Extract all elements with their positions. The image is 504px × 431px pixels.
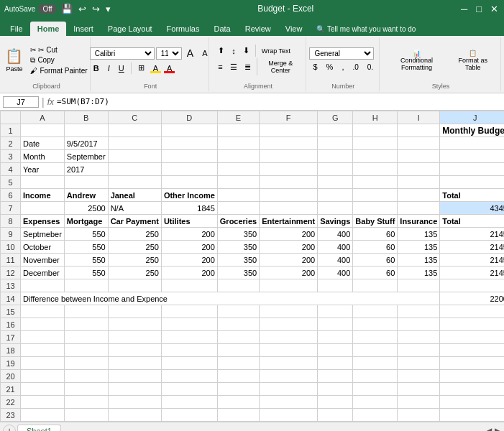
cell-g10[interactable]: 400 [318,241,353,254]
cell-h8[interactable]: Baby Stuff [353,215,398,228]
cell-f11[interactable]: 200 [260,254,318,267]
col-header-j[interactable]: J [440,111,504,124]
cell-i8[interactable]: Insurance [398,215,440,228]
cell-e9[interactable]: 350 [217,228,259,241]
cell-f4[interactable] [260,163,318,176]
cell-a5[interactable] [21,176,65,189]
cell-i11[interactable]: 135 [398,254,440,267]
tab-insert[interactable]: Insert [66,22,101,36]
cell-c3[interactable] [108,150,161,163]
paste-button[interactable]: 📋 Paste [2,46,26,74]
border-button[interactable]: ⊞ [134,62,148,74]
tab-page-layout[interactable]: Page Layout [101,22,160,36]
cell-g12[interactable]: 400 [318,267,353,279]
fill-color-button[interactable]: A [150,62,162,74]
cell-j3[interactable] [440,150,504,163]
cell-j12[interactable]: 2145 [440,267,504,279]
cell-a7[interactable] [21,202,65,215]
cell-i1[interactable] [398,124,440,137]
spreadsheet-scroll[interactable]: A B C D E F G H I J K L 1 [0,111,504,422]
cell-d13[interactable] [161,279,217,292]
cell-a14[interactable]: Difference between Income and Expence [21,292,440,305]
cell-e12[interactable]: 350 [217,267,259,279]
col-header-b[interactable]: B [64,111,108,124]
cell-c4[interactable] [108,163,161,176]
cell-i5[interactable] [398,176,440,189]
cell-g11[interactable]: 400 [318,254,353,267]
cell-e4[interactable] [217,163,259,176]
cell-b6[interactable]: Andrew [64,189,108,202]
cell-h5[interactable] [353,176,398,189]
cell-j4[interactable] [440,163,504,176]
cell-i12[interactable]: 135 [398,267,440,279]
tab-file[interactable]: File [3,22,30,36]
cell-e13[interactable] [217,279,259,292]
cell-h10[interactable]: 60 [353,241,398,254]
formula-input[interactable] [57,97,501,106]
cell-f12[interactable]: 200 [260,267,318,279]
align-left-button[interactable]: ≡ [215,58,225,75]
comma-button[interactable]: , [338,61,347,73]
cell-f8[interactable]: Entertainment [260,215,318,228]
cell-b4[interactable]: 2017 [64,163,108,176]
cell-f1[interactable] [260,124,318,137]
cell-g8[interactable]: Savings [318,215,353,228]
cell-b5[interactable] [64,176,108,189]
col-header-e[interactable]: E [217,111,259,124]
cell-j5[interactable] [440,176,504,189]
cell-j14[interactable]: 2200 [440,292,504,305]
sheet-scroll-left[interactable]: ◀ [485,426,492,432]
cell-j13[interactable] [440,279,504,292]
cell-e5[interactable] [217,176,259,189]
accounting-button[interactable]: $ [309,61,321,73]
cell-g9[interactable]: 400 [318,228,353,241]
cell-d9[interactable]: 200 [161,228,217,241]
increase-decimal-button[interactable]: .0 [349,61,362,73]
cell-g7[interactable] [318,202,353,215]
cell-a3[interactable]: Month [21,150,65,163]
tab-data[interactable]: Data [206,22,237,36]
close-button[interactable]: ✕ [489,4,500,14]
cell-g2[interactable] [318,137,353,150]
cell-d6[interactable]: Other Income [161,189,217,202]
cell-c9[interactable]: 250 [108,228,161,241]
cell-c12[interactable]: 250 [108,267,161,279]
cell-g1[interactable] [318,124,353,137]
font-color-button[interactable]: A [163,62,175,74]
cell-f3[interactable] [260,150,318,163]
cell-i6[interactable] [398,189,440,202]
cell-c8[interactable]: Car Payment [108,215,161,228]
format-painter-button[interactable]: 🖌 Format Painter [27,66,90,75]
cell-b2[interactable]: 9/5/2017 [64,137,108,150]
cell-h11[interactable]: 60 [353,254,398,267]
cell-j6[interactable]: Total [440,189,504,202]
cut-button[interactable]: ✂ ✂ Cut [27,45,90,55]
cell-d11[interactable]: 200 [161,254,217,267]
cell-h9[interactable]: 60 [353,228,398,241]
cell-d12[interactable]: 200 [161,267,217,279]
cell-i3[interactable] [398,150,440,163]
wrap-text-button[interactable]: Wrap Text [259,45,293,57]
cell-d3[interactable] [161,150,217,163]
cell-b10[interactable]: 550 [64,241,108,254]
cell-e2[interactable] [217,137,259,150]
cell-i7[interactable] [398,202,440,215]
cell-c6[interactable]: Janeal [108,189,161,202]
cell-g13[interactable] [318,279,353,292]
cell-a2[interactable]: Date [21,137,65,150]
cell-c11[interactable]: 250 [108,254,161,267]
tab-home[interactable]: Home [30,22,67,36]
cell-d2[interactable] [161,137,217,150]
italic-button[interactable]: I [104,62,114,74]
cell-c10[interactable]: 250 [108,241,161,254]
format-as-table-button[interactable]: 📋 Format as Table [449,48,496,73]
cell-f10[interactable]: 200 [260,241,318,254]
cell-c13[interactable] [108,279,161,292]
cell-i4[interactable] [398,163,440,176]
cell-c1[interactable] [108,124,161,137]
cell-g3[interactable] [318,150,353,163]
cell-i2[interactable] [398,137,440,150]
cell-f5[interactable] [260,176,318,189]
tab-tell-me[interactable]: 🔍 Tell me what you want to do [309,22,423,36]
font-family-select[interactable]: Calibri [90,47,155,60]
